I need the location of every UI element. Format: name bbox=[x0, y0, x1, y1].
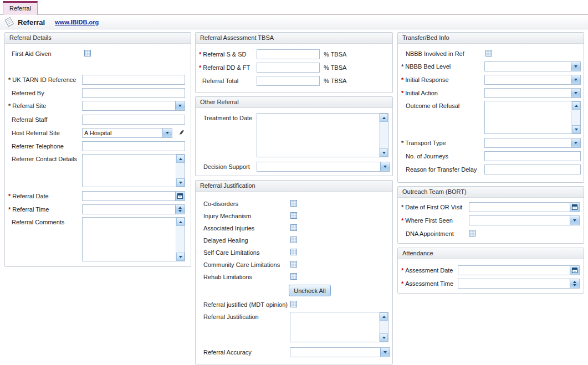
referrer-telephone-input[interactable] bbox=[82, 141, 185, 151]
calendar-icon[interactable] bbox=[175, 192, 185, 201]
s-sd-input[interactable] bbox=[257, 49, 320, 59]
chevron-down-icon[interactable] bbox=[162, 128, 172, 137]
edit-pencil-icon[interactable] bbox=[175, 127, 188, 138]
uk-tarn-input[interactable] bbox=[82, 75, 185, 85]
required-marker: * bbox=[401, 76, 403, 83]
treatment-to-date-label: Treatment to Date bbox=[203, 113, 252, 123]
referral-justification-textarea[interactable] bbox=[290, 312, 388, 342]
first-aid-checkbox[interactable] bbox=[84, 50, 91, 56]
chevron-down-icon[interactable] bbox=[380, 162, 390, 171]
spinner-icon[interactable] bbox=[175, 205, 185, 214]
scroll-down-icon[interactable] bbox=[176, 253, 185, 261]
community-care-limitations-checkbox[interactable] bbox=[290, 261, 297, 268]
first-or-visit-input[interactable] bbox=[469, 203, 570, 212]
required-marker: * bbox=[401, 267, 403, 274]
rehab-limitations-checkbox[interactable] bbox=[290, 273, 297, 280]
ibidb-link[interactable]: www.IBIDB.org bbox=[55, 19, 99, 25]
nbbb-involved-checkbox[interactable] bbox=[485, 50, 492, 56]
required-marker: * bbox=[199, 64, 201, 71]
scroll-up-icon[interactable] bbox=[572, 101, 580, 110]
referral-accuracy-combo[interactable] bbox=[290, 347, 390, 357]
associated-injuries-checkbox[interactable] bbox=[290, 224, 297, 231]
referred-by-input[interactable] bbox=[82, 88, 185, 98]
scroll-down-icon[interactable] bbox=[176, 178, 185, 187]
referral-date-field[interactable] bbox=[82, 191, 185, 201]
journeys-input[interactable] bbox=[484, 151, 581, 161]
calendar-icon[interactable] bbox=[570, 203, 579, 212]
scroll-down-icon[interactable] bbox=[380, 333, 388, 342]
chevron-down-icon[interactable] bbox=[571, 89, 580, 97]
panel-tbsa: Referral Assessment TBSA *Referral S & S… bbox=[195, 32, 393, 93]
chevron-down-icon[interactable] bbox=[571, 62, 580, 71]
injury-mechanism-label: Injury Mechanism bbox=[203, 211, 251, 221]
referral-time-field[interactable] bbox=[82, 204, 185, 214]
outcome-refusal-textarea[interactable] bbox=[484, 101, 581, 134]
rehab-limitations-label: Rehab Limitations bbox=[203, 272, 252, 282]
scrollbar[interactable] bbox=[571, 101, 580, 133]
nbbb-bed-level-combo[interactable] bbox=[484, 61, 581, 71]
required-marker: * bbox=[401, 63, 403, 70]
referral-site-input[interactable] bbox=[83, 101, 175, 110]
scrollbar[interactable] bbox=[176, 155, 185, 187]
initial-action-label: *Initial Action bbox=[401, 88, 438, 98]
host-referral-site-combo[interactable] bbox=[82, 128, 172, 138]
co-disorders-checkbox[interactable] bbox=[290, 200, 297, 207]
chevron-down-icon[interactable] bbox=[175, 101, 185, 110]
required-marker: * bbox=[401, 90, 403, 96]
decision-support-combo[interactable] bbox=[257, 162, 390, 172]
treatment-to-date-textarea[interactable] bbox=[257, 113, 388, 157]
scrollbar[interactable] bbox=[379, 114, 388, 157]
decision-support-label: Decision Support bbox=[203, 162, 250, 172]
assessment-date-input[interactable] bbox=[458, 266, 570, 275]
spinner-icon[interactable] bbox=[570, 279, 579, 288]
referral-date-input[interactable] bbox=[83, 192, 175, 201]
scroll-up-icon[interactable] bbox=[176, 218, 185, 226]
initial-response-combo[interactable] bbox=[484, 75, 581, 85]
uncheck-all-button[interactable]: Uncheck All bbox=[289, 285, 331, 296]
nbbb-bed-level-input[interactable] bbox=[485, 62, 571, 71]
chevron-down-icon[interactable] bbox=[570, 216, 579, 225]
chevron-down-icon[interactable] bbox=[571, 138, 580, 147]
transport-type-input[interactable] bbox=[485, 138, 571, 147]
assessment-time-input[interactable] bbox=[458, 279, 570, 288]
assessment-time-field[interactable] bbox=[458, 279, 580, 289]
referral-accuracy-input[interactable] bbox=[290, 348, 380, 357]
scroll-up-icon[interactable] bbox=[380, 114, 388, 122]
delayed-healing-checkbox[interactable] bbox=[290, 237, 297, 243]
first-or-visit-field[interactable] bbox=[469, 202, 580, 212]
dna-appointment-checkbox[interactable] bbox=[469, 230, 475, 237]
transport-type-combo[interactable] bbox=[484, 138, 581, 148]
initial-action-combo[interactable] bbox=[484, 88, 581, 98]
dd-ft-input[interactable] bbox=[257, 63, 320, 73]
host-referral-site-input[interactable] bbox=[83, 128, 162, 137]
transfer-delay-input[interactable] bbox=[484, 164, 581, 174]
chevron-down-icon[interactable] bbox=[380, 348, 390, 357]
scroll-down-icon[interactable] bbox=[572, 125, 580, 133]
justified-mdt-checkbox[interactable] bbox=[290, 301, 297, 307]
referrer-contact-details-textarea[interactable] bbox=[82, 154, 185, 187]
tab-referral[interactable]: Referral bbox=[3, 1, 38, 15]
initial-action-input[interactable] bbox=[485, 89, 571, 97]
total-input[interactable] bbox=[257, 76, 320, 86]
self-care-limitations-checkbox[interactable] bbox=[290, 249, 297, 255]
referral-staff-input[interactable] bbox=[82, 115, 185, 125]
where-first-seen-input[interactable] bbox=[469, 216, 570, 225]
calendar-icon[interactable] bbox=[570, 266, 579, 275]
scroll-up-icon[interactable] bbox=[176, 155, 185, 163]
chevron-down-icon[interactable] bbox=[571, 75, 580, 84]
scroll-up-icon[interactable] bbox=[380, 312, 388, 321]
referral-comments-textarea[interactable] bbox=[82, 217, 185, 261]
nbbb-involved-label: NBBB Involved in Ref bbox=[406, 49, 464, 59]
assessment-date-field[interactable] bbox=[458, 265, 580, 275]
scroll-down-icon[interactable] bbox=[380, 148, 388, 157]
decision-support-input[interactable] bbox=[257, 162, 380, 171]
scrollbar[interactable] bbox=[176, 218, 185, 261]
initial-response-input[interactable] bbox=[485, 75, 571, 84]
referral-comments-label: Referral Comments bbox=[12, 217, 64, 227]
referral-site-combo[interactable] bbox=[82, 101, 185, 111]
referral-time-input[interactable] bbox=[83, 205, 175, 214]
justified-mdt-label: Referral justified (MDT opinion) bbox=[203, 300, 288, 310]
injury-mechanism-checkbox[interactable] bbox=[290, 212, 297, 219]
scrollbar[interactable] bbox=[379, 312, 388, 342]
where-first-seen-combo[interactable] bbox=[469, 215, 580, 225]
